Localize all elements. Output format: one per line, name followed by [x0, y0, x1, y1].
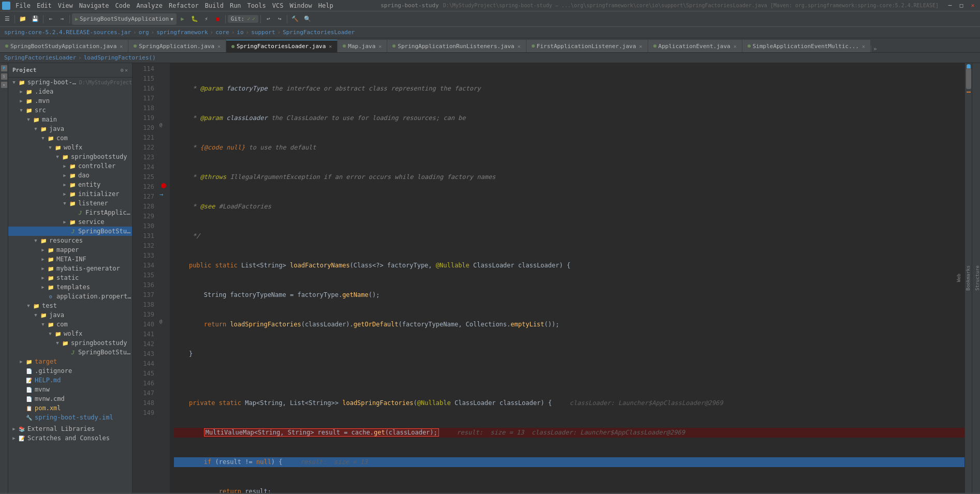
expand-arrow-idea[interactable]: ▶ — [18, 89, 25, 94]
expand-arrow-test[interactable]: ▼ — [25, 303, 32, 308]
activity-structure[interactable]: S — [1, 73, 7, 80]
tree-item-test[interactable]: ▼ 📁 test — [8, 301, 132, 310]
right-tab-bookmarks[interactable]: Bookmarks — [966, 265, 971, 291]
expand-arrow-com-main[interactable]: ▼ — [39, 136, 47, 141]
menu-file[interactable]: File — [12, 0, 34, 11]
menu-build[interactable]: Build — [202, 0, 227, 11]
breadcrumb-jar[interactable]: spring-core-5.2.4.RELEASE-sources.jar — [4, 29, 131, 36]
expand-arrow-entity[interactable]: ▶ — [61, 182, 68, 187]
minimize-btn[interactable]: ─ — [945, 0, 955, 11]
expand-arrow-dao[interactable]: ▶ — [61, 173, 68, 178]
toolbar-open-btn[interactable]: 📁 — [17, 13, 28, 25]
menu-navigate[interactable]: Navigate — [76, 0, 112, 11]
tab-springapplication[interactable]: SpringApplication.java ✕ — [128, 40, 226, 52]
expand-arrow-java-main[interactable]: ▼ — [32, 126, 39, 131]
tree-item-wolfx-test[interactable]: ▼ 📁 wolfx — [8, 329, 132, 338]
code-editor[interactable]: * @param factoryType the interface or ab… — [170, 63, 964, 493]
toolbar-build-btn[interactable]: 🔨 — [289, 13, 301, 25]
tab-close-simpleappeventmultic[interactable]: ✕ — [862, 43, 865, 49]
toolbar-redo-btn[interactable]: ↪ — [274, 13, 285, 25]
tab-firstapplistener[interactable]: FirstApplicationListener.java ✕ — [526, 40, 648, 52]
scroll-thumb[interactable] — [966, 68, 971, 89]
toolbar-undo-btn[interactable]: ↩ — [263, 13, 273, 25]
tree-item-pomxml[interactable]: 📋 pom.xml — [8, 403, 132, 413]
code-container[interactable]: 114 115 116 117 118 119 120 121 122 123 … — [133, 63, 972, 493]
tree-item-controller[interactable]: ▶ 📁 controller — [8, 161, 132, 171]
tree-item-templates[interactable]: ▶ 📁 templates — [8, 282, 132, 292]
expand-arrow-mapper[interactable]: ▶ — [39, 247, 47, 252]
tree-item-firstapp[interactable]: J FirstApplicationListener — [8, 208, 132, 217]
tree-item-springbootstudy-testfile[interactable]: J SpringBootStudy... — [8, 348, 132, 357]
toolbar-search-btn[interactable]: 🔍 — [302, 13, 313, 25]
run-btn[interactable]: ▶ — [178, 13, 188, 25]
breadcrumb-org[interactable]: org — [139, 29, 149, 36]
tree-item-external-libs[interactable]: ▶ 📚 External Libraries — [8, 424, 132, 433]
expand-arrow-scratches[interactable]: ▶ — [10, 436, 18, 441]
menu-help[interactable]: Help — [315, 0, 337, 11]
expand-arrow-mybatisgenerator[interactable]: ▶ — [39, 266, 47, 271]
toolbar-forward-btn[interactable]: → — [57, 13, 67, 25]
tree-item-entity[interactable]: ▶ 📁 entity — [8, 180, 132, 189]
tree-item-gitignore[interactable]: 📄 .gitignore — [8, 366, 132, 376]
expand-arrow-com-test[interactable]: ▼ — [39, 322, 47, 327]
menu-edit[interactable]: Edit — [34, 0, 55, 11]
debug-btn[interactable]: 🐛 — [189, 13, 200, 25]
breadcrumb-io[interactable]: io — [237, 29, 243, 36]
stop-btn[interactable]: ■ — [213, 13, 223, 25]
menu-refactor[interactable]: Refactor — [166, 0, 202, 11]
tree-item-wolfx[interactable]: ▼ 📁 wolfx — [8, 143, 132, 152]
tree-item-appprops[interactable]: ⚙ application.properties — [8, 292, 132, 301]
expand-arrow-java-test[interactable]: ▼ — [32, 312, 39, 318]
activity-project[interactable]: P — [1, 65, 7, 71]
activity-favorites[interactable]: ★ — [1, 82, 7, 88]
expand-arrow-service[interactable]: ▶ — [61, 219, 68, 224]
tab-map[interactable]: Map.java ✕ — [338, 40, 387, 52]
tree-item-helpmd[interactable]: 📝 HELP.md — [8, 376, 132, 385]
tree-item-mvn[interactable]: ▶ 📁 .mvn — [8, 96, 132, 106]
sidebar-close-icon[interactable]: ✕ — [125, 67, 128, 73]
tab-springapprunlisteners[interactable]: SpringApplicationRunListeners.java ✕ — [387, 40, 526, 52]
close-btn[interactable]: ✕ — [968, 0, 978, 11]
tab-close-applicationevent[interactable]: ✕ — [734, 43, 737, 49]
expand-arrow-root[interactable]: ▼ — [10, 80, 18, 85]
method-breadcrumb-class[interactable]: SpringFactoriesLoader — [4, 54, 76, 61]
expand-arrow-wolfx[interactable]: ▼ — [47, 145, 54, 150]
run-config-selector[interactable]: ▶ SpringBootStudyApplication ▼ — [72, 13, 177, 25]
tree-item-springbootstudy-test[interactable]: ▼ 📁 springbootstudy — [8, 338, 132, 348]
expand-arrow-external-libs[interactable]: ▶ — [10, 426, 18, 431]
tree-item-mapper[interactable]: ▶ 📁 mapper — [8, 245, 132, 255]
breadcrumb-support[interactable]: support — [251, 29, 275, 36]
tree-item-springbootstudyapp[interactable]: J SpringBootStudyApplication — [8, 227, 132, 236]
menu-analyze[interactable]: Analyze — [133, 0, 166, 11]
expand-arrow-resources[interactable]: ▼ — [32, 238, 39, 243]
tab-close-map[interactable]: ✕ — [378, 43, 382, 49]
sidebar-settings-icon[interactable]: ⚙ — [121, 67, 124, 73]
menu-vcs[interactable]: VCS — [269, 0, 287, 11]
expand-arrow-listener[interactable]: ▼ — [61, 201, 68, 206]
tree-item-service[interactable]: ▶ 📁 service — [8, 217, 132, 227]
menu-window[interactable]: Window — [286, 0, 315, 11]
tree-item-com-main[interactable]: ▼ 📁 com — [8, 133, 132, 143]
tree-item-springbootstudy[interactable]: ▼ 📁 springbootstudy — [8, 152, 132, 161]
tree-item-mybatisgenerator[interactable]: ▶ 📁 mybatis-generator — [8, 264, 132, 273]
tab-close-springbootstudyapp[interactable]: ✕ — [120, 43, 123, 49]
expand-arrow-controller[interactable]: ▶ — [61, 163, 68, 169]
tab-springbootstudyapp[interactable]: SpringBootStudyApplication.java ✕ — [0, 40, 128, 52]
tree-item-spring-boot-study[interactable]: ▼ 📁 spring-boot-study D:\MyStudyProject — [8, 78, 132, 87]
expand-arrow-initializer[interactable]: ▶ — [61, 191, 68, 197]
maximize-btn[interactable]: □ — [956, 0, 967, 11]
menu-run[interactable]: Run — [227, 0, 244, 11]
method-breadcrumb-method[interactable]: loadSpringFactories() — [84, 54, 156, 61]
tab-springfactoriesloader[interactable]: SpringFactoriesLoader.java ✕ — [226, 40, 338, 52]
expand-arrow-springbootstudy[interactable]: ▼ — [54, 154, 61, 159]
tree-item-com-test[interactable]: ▼ 📁 com — [8, 320, 132, 329]
tree-item-src[interactable]: ▼ 📁 src — [8, 106, 132, 115]
breakpoint-126[interactable] — [159, 181, 168, 192]
tab-close-springapplication[interactable]: ✕ — [217, 43, 221, 49]
expand-arrow-metainf[interactable]: ▶ — [39, 257, 47, 262]
breadcrumb-classname[interactable]: SpringFactoriesLoader — [283, 29, 355, 36]
tree-item-idea[interactable]: ▶ 📁 .idea — [8, 87, 132, 96]
git-btn[interactable]: Git: ✓ ✓ — [228, 15, 259, 23]
tab-close-springfactoriesloader[interactable]: ✕ — [329, 43, 332, 49]
tree-item-static[interactable]: ▶ 📁 static — [8, 273, 132, 282]
